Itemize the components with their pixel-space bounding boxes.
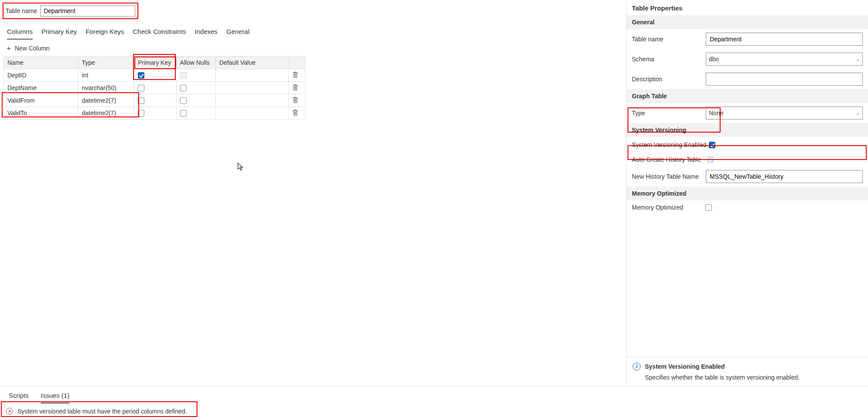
chevron-down-icon: ⌄	[856, 110, 860, 116]
columns-grid: Name Type Primary Key Allow Nulls Defaul…	[3, 56, 305, 120]
issue-row[interactable]: ✕ System versioned table must have the p…	[0, 403, 868, 420]
cell-allow-nulls[interactable]	[176, 82, 216, 94]
cell-primary-key[interactable]	[134, 107, 177, 120]
primary-key-checkbox[interactable]	[138, 110, 144, 117]
main-area: Table name Columns Primary Key Foreign K…	[0, 0, 868, 386]
table-row[interactable]: ValidFromdatetime2(7)	[4, 94, 305, 107]
allow-nulls-checkbox[interactable]	[180, 97, 187, 104]
prop-sv-history-name-input[interactable]	[706, 170, 863, 183]
cell-type[interactable]: datetime2(7)	[78, 107, 134, 120]
prop-graph-type-select[interactable]: None ⌄	[706, 107, 863, 120]
cell-allow-nulls[interactable]	[176, 94, 216, 107]
trash-icon[interactable]	[292, 97, 298, 103]
cell-default-value[interactable]	[216, 82, 288, 94]
primary-key-checkbox[interactable]	[138, 72, 144, 79]
section-general: General	[627, 15, 868, 29]
allow-nulls-checkbox	[180, 72, 187, 79]
properties-pane: Table Properties General Table name Sche…	[626, 0, 868, 386]
tab-primary-key[interactable]: Primary Key	[41, 25, 77, 40]
info-panel: i System Versioning Enabled Specifies wh…	[627, 357, 868, 386]
cell-name[interactable]: DeptName	[4, 82, 78, 94]
prop-description-label: Description	[632, 76, 701, 83]
trash-icon[interactable]	[292, 109, 298, 116]
tab-columns[interactable]: Columns	[7, 25, 33, 40]
prop-graph-type-value: None	[709, 110, 723, 117]
info-title: System Versioning Enabled	[645, 363, 725, 370]
prop-schema-select[interactable]: dbo ⌄	[706, 53, 863, 66]
prop-graph-type-label: Type	[632, 110, 701, 117]
table-row[interactable]: DeptIDint	[4, 69, 305, 82]
section-memory: Memory Optimized	[627, 187, 868, 200]
properties-title: Table Properties	[627, 0, 868, 15]
cell-type[interactable]: datetime2(7)	[78, 94, 134, 107]
plus-icon: ＋	[5, 45, 12, 52]
tab-foreign-keys[interactable]: Foreign Keys	[86, 25, 124, 40]
prop-memory-checkbox[interactable]	[705, 204, 712, 211]
primary-key-checkbox[interactable]	[138, 85, 144, 91]
allow-nulls-checkbox[interactable]	[180, 85, 187, 91]
prop-sv-enabled-checkbox[interactable]	[709, 142, 715, 148]
tab-indexes[interactable]: Indexes	[195, 25, 218, 40]
prop-sv-autocreate-checkbox	[707, 157, 714, 163]
bottom-tab-issues[interactable]: Issues (1)	[41, 390, 70, 403]
table-row[interactable]: ValidTodatetime2(7)	[4, 107, 305, 120]
prop-description-input[interactable]	[706, 73, 863, 86]
new-column-button[interactable]: ＋ New Column	[3, 40, 626, 56]
grid-header-type[interactable]: Type	[78, 57, 134, 69]
cell-allow-nulls[interactable]	[176, 69, 216, 82]
allow-nulls-checkbox[interactable]	[180, 110, 187, 117]
bottom-tabs: Scripts Issues (1)	[0, 387, 868, 403]
tab-general[interactable]: General	[226, 25, 249, 40]
prop-table-name-input[interactable]	[706, 33, 863, 46]
designer-tabs: Columns Primary Key Foreign Keys Check C…	[3, 23, 626, 40]
cell-delete[interactable]	[288, 94, 305, 107]
prop-sv-enabled: System Versioning Enabled	[627, 137, 868, 153]
primary-key-checkbox[interactable]	[138, 97, 144, 104]
cell-primary-key[interactable]	[134, 94, 177, 107]
designer-pane: Table name Columns Primary Key Foreign K…	[0, 0, 626, 386]
cell-type[interactable]: nvarchar(50)	[78, 82, 134, 94]
prop-sv-history-name-label: New History Table Name	[632, 173, 701, 180]
grid-header-allow-nulls[interactable]: Allow Nulls	[176, 57, 216, 69]
table-name-row: Table name	[3, 3, 138, 19]
cell-delete[interactable]	[288, 69, 305, 82]
grid-header-default-value[interactable]: Default Value	[216, 57, 288, 69]
cell-default-value[interactable]	[216, 107, 288, 120]
grid-header-row: Name Type Primary Key Allow Nulls Defaul…	[4, 57, 305, 69]
prop-schema-label: Schema	[632, 56, 701, 63]
cell-name[interactable]: ValidFrom	[4, 94, 78, 107]
cell-default-value[interactable]	[216, 69, 288, 82]
prop-schema-value: dbo	[709, 56, 719, 63]
prop-schema: Schema dbo ⌄	[627, 49, 868, 69]
info-title-row: i System Versioning Enabled	[633, 363, 862, 374]
cell-name[interactable]: ValidTo	[4, 107, 78, 120]
prop-memory-optimized: Memory Optimized	[627, 200, 868, 214]
table-name-input[interactable]	[40, 5, 135, 17]
prop-memory-label: Memory Optimized	[632, 204, 683, 211]
cell-allow-nulls[interactable]	[176, 107, 216, 120]
bottom-panel: Scripts Issues (1) ✕ System versioned ta…	[0, 386, 868, 420]
cell-primary-key[interactable]	[134, 82, 177, 94]
section-system-versioning: System Versioning	[627, 123, 868, 137]
info-icon: i	[633, 363, 641, 370]
cell-delete[interactable]	[288, 82, 305, 94]
trash-icon[interactable]	[292, 84, 298, 91]
table-row[interactable]: DeptNamenvarchar(50)	[4, 82, 305, 94]
cell-delete[interactable]	[288, 107, 305, 120]
cell-default-value[interactable]	[216, 94, 288, 107]
tab-check-constraints[interactable]: Check Constraints	[133, 25, 186, 40]
table-name-label: Table name	[6, 7, 37, 14]
grid-header-name[interactable]: Name	[4, 57, 78, 69]
cell-name[interactable]: DeptID	[4, 69, 78, 82]
prop-sv-enabled-label: System Versioning Enabled	[632, 141, 706, 148]
error-icon: ✕	[6, 408, 13, 415]
cell-type[interactable]: int	[78, 69, 134, 82]
bottom-tab-scripts[interactable]: Scripts	[9, 390, 29, 403]
cursor-icon	[237, 163, 244, 173]
prop-sv-autocreate: Auto Create History Table	[627, 153, 868, 167]
trash-icon[interactable]	[292, 71, 298, 78]
cell-primary-key[interactable]	[134, 69, 177, 82]
grid-header-primary-key[interactable]: Primary Key	[134, 57, 177, 69]
prop-table-name-label: Table name	[632, 36, 701, 43]
new-column-label: New Column	[15, 45, 50, 52]
